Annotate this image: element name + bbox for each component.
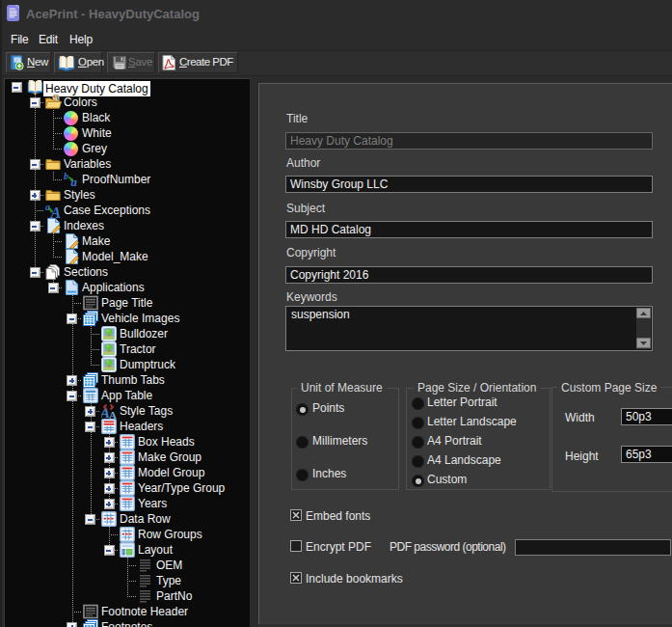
svg-text:a: a	[71, 175, 78, 187]
svg-text:A: A	[109, 409, 117, 420]
svg-text:a: a	[45, 203, 50, 212]
svg-text:b: b	[64, 172, 68, 181]
svg-text:A: A	[50, 204, 62, 219]
